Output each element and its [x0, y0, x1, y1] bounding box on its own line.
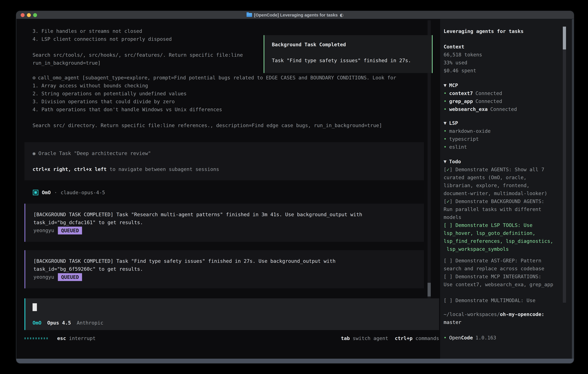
workspace-repo: oh-my-opencode:: [500, 311, 544, 317]
context-tokens: 66,518 tokens: [444, 51, 561, 59]
tool-call-name: call_omo_agent [subagent_type=explore, p…: [38, 75, 396, 81]
bullet-icon: •: [444, 334, 447, 342]
toast-body: Task "Find type safety issues" finished …: [272, 57, 424, 64]
app-name-regular: Open: [449, 335, 461, 341]
agent-header: OmO · claude-opus-4-5: [33, 189, 105, 196]
sidebar-scrollbar-thumb[interactable]: [563, 27, 566, 50]
app-version: 1.0.163: [475, 334, 496, 342]
checkbox-empty-icon: [447, 258, 449, 263]
bullet-icon: •: [444, 143, 447, 151]
todo-item-pending: [ ] Demonstrate MCP INTEGRATIONS: Use co…: [444, 273, 561, 289]
chevron-down-icon: ▼: [444, 158, 447, 166]
app-name-bold: Code: [461, 335, 473, 341]
bullet-icon: •: [444, 105, 447, 113]
folder-icon: [247, 13, 252, 17]
zoom-button[interactable]: [33, 13, 37, 17]
todo-item-active: [ ] Demonstrate LSP TOOLS: Use lsp_hover…: [444, 221, 561, 253]
tool-call-body: 1. Array access without bounds checking …: [32, 82, 396, 129]
window-bottom-edge: [16, 359, 574, 363]
todo-heading: Todo: [449, 158, 461, 166]
agent-model: claude-opus-4-5: [61, 189, 105, 197]
todo-text: Demonstrate BACKGROUND AGENTS: Run paral…: [444, 198, 544, 220]
check-icon: ✓: [447, 198, 449, 204]
mcp-section: ▼ MCP • context7 Connected • grep_app Co…: [444, 82, 561, 113]
mcp-item-name: grep_app: [449, 97, 473, 105]
lsp-item-name: typescript: [449, 135, 479, 143]
agent-icon: [33, 190, 38, 195]
traffic-lights: [21, 13, 37, 17]
mcp-section-header[interactable]: ▼ MCP: [444, 82, 561, 89]
mcp-item: • context7 Connected: [444, 89, 561, 97]
close-button[interactable]: [21, 13, 25, 17]
bullet-icon: •: [444, 135, 447, 143]
separator-dot-icon: ·: [54, 189, 57, 197]
lsp-item-name: markdown-oxide: [449, 127, 491, 135]
mcp-item-status: Connected: [475, 97, 502, 105]
workspace-path: ~/local-workspaces/oh-my-opencode: maste…: [444, 310, 561, 326]
window-right-edge: [572, 19, 574, 359]
tab-key-hint: tab: [341, 334, 350, 342]
scrollback-text: 3. File handles or streams not closed 4.…: [32, 27, 243, 67]
todo-item-pending: [ ] Demonstrate AST-GREP: Pattern search…: [444, 257, 561, 273]
context-spent: $0.46 spent: [444, 67, 561, 75]
prompt-input[interactable]: OmO Opus 4.5 Anthropic: [24, 298, 439, 330]
lsp-item: • markdown-oxide: [444, 127, 561, 135]
status-badge: QUEUED: [58, 273, 82, 281]
checkbox-empty-icon: [447, 222, 449, 228]
record-icon: ◉: [32, 149, 35, 157]
mcp-heading: MCP: [449, 82, 458, 89]
todo-text: Demonstrate AGENTS: Show all 7 curated a…: [444, 166, 547, 196]
main-scrollbar-thumb[interactable]: [428, 283, 431, 296]
minimize-button[interactable]: [27, 13, 31, 17]
input-provider: Anthropic: [77, 319, 103, 327]
message-text: [BACKGROUND TASK COMPLETED] Task "Find t…: [33, 257, 416, 273]
tab-action-label: switch agent: [353, 334, 388, 342]
ctrlp-key-hint: ctrl+p: [395, 334, 412, 342]
todo-item-pending: [ ] Demonstrate MULTIMODAL: Use: [444, 296, 561, 304]
agent-name: OmO: [42, 189, 51, 197]
context-heading: Context: [444, 43, 561, 51]
title-bar: [OpenCode] Leveraging agents for tasks ◐: [16, 11, 574, 19]
todo-text: Demonstrate AST-GREP: Pattern search and…: [444, 258, 544, 271]
lsp-item: • eslint: [444, 143, 561, 151]
mcp-item-status: Connected: [475, 89, 502, 97]
half-circle-icon: ◐: [340, 12, 344, 18]
oracle-hint-keys: ctrl+x right, ctrl+x left: [32, 166, 107, 172]
checkbox-empty-icon: [447, 274, 449, 280]
status-badge: QUEUED: [58, 227, 82, 234]
lsp-item-name: eslint: [449, 143, 467, 151]
todo-text: Demonstrate LSP TOOLS: Use lsp_hover, ls…: [444, 222, 553, 252]
todo-text: Demonstrate MCP INTEGRATIONS: Use contex…: [444, 274, 553, 287]
lsp-item: • typescript: [444, 135, 561, 143]
version-row: • OpenCode 1.0.163: [444, 334, 561, 342]
chat-pane: 3. File handles or streams not closed 4.…: [16, 19, 440, 359]
session-sidebar: Leveraging agents for tasks Context 66,5…: [440, 19, 572, 359]
input-model: Opus 4.5: [47, 319, 71, 327]
lsp-section-header[interactable]: ▼ LSP: [444, 119, 561, 127]
workspace-path-prefix: ~/local-workspaces/: [444, 311, 500, 317]
spinner-dots-icon: [24, 337, 49, 339]
chevron-down-icon: ▼: [444, 82, 447, 89]
mcp-item-name: context7: [449, 89, 473, 97]
background-task-message: [BACKGROUND TASK COMPLETED] Task "Resear…: [24, 204, 424, 242]
oracle-task-box[interactable]: ◉ Oracle Task "Deep architecture review"…: [24, 142, 424, 180]
bullet-icon: •: [444, 127, 447, 135]
check-icon: ✓: [447, 166, 449, 172]
window-title: [OpenCode] Leveraging agents for tasks: [254, 13, 338, 18]
context-used: 33% used: [444, 59, 561, 67]
esc-action-label: interrupt: [69, 334, 95, 342]
gear-icon: ⚙: [32, 75, 35, 81]
todo-item-done: [✓] Demonstrate AGENTS: Show all 7 curat…: [444, 166, 561, 197]
lsp-section: ▼ LSP • markdown-oxide • typescript • es…: [444, 119, 561, 151]
message-author: yeongyu: [33, 227, 54, 234]
mcp-item: • websearch_exa Connected: [444, 105, 561, 113]
todo-item-done: [✓] Demonstrate BACKGROUND AGENTS: Run p…: [444, 197, 561, 221]
sidebar-scrollbar[interactable]: [563, 27, 566, 303]
terminal-window: [OpenCode] Leveraging agents for tasks ◐…: [16, 11, 574, 363]
todo-section: ▼ Todo [✓] Demonstrate AGENTS: Show all …: [444, 158, 561, 304]
esc-key-hint: esc: [57, 334, 66, 342]
text-cursor: [32, 303, 37, 311]
bullet-icon: •: [444, 97, 447, 105]
todo-text: Demonstrate MULTIMODAL: Use: [452, 298, 535, 303]
todo-section-header[interactable]: ▼ Todo: [444, 158, 561, 166]
